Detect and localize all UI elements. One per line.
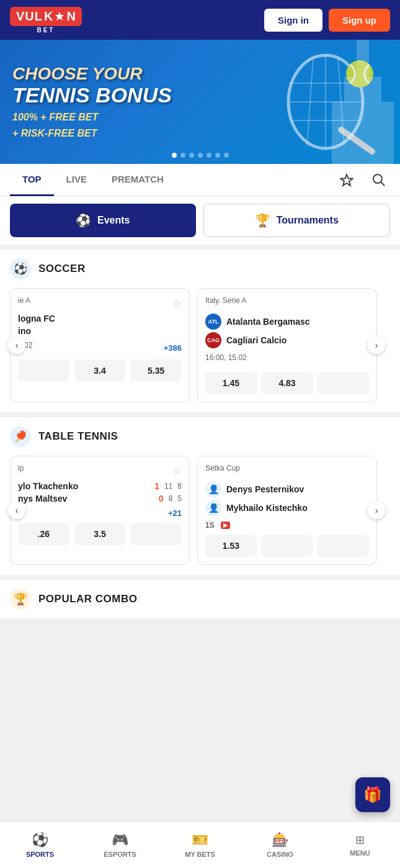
tt-card-2[interactable]: Setka Cup 👤 Denys Pesternikov 👤 Mykhailo… [197,456,377,565]
banner-sub2: + RISK-FREE BET [12,128,172,139]
sports-icon: ⚽ [32,832,48,848]
logo: VUL K N BET [10,7,82,34]
search-icon[interactable] [368,169,390,191]
dot-1[interactable] [172,153,177,158]
soccer-cards-wrapper: ie A ☆ logna FC ino 4.02 +386 3.4 5.35 ‹ [0,288,400,412]
popular-combo-section: 🏆 POPULAR COMBO [0,580,400,618]
tt-cards-row[interactable]: ip ☆ ylo Tkachenko 1 11 8 nys Maltsev 0 … [0,456,400,575]
tt-card1-fav-icon[interactable]: ☆ [173,465,182,477]
dot-4[interactable] [198,153,203,158]
nav-sports[interactable]: ⚽ SPORTS [0,821,80,868]
tt-cards-wrapper: ip ☆ ylo Tkachenko 1 11 8 nys Maltsev 0 … [0,456,400,575]
tt-card1-league: ip [18,464,24,472]
soccer-header: ⚽ SOCCER [0,250,400,288]
tt-set12: 8 [169,494,173,503]
tt-card1-odd2[interactable]: 3.5 [74,523,126,545]
card2-team1: Atalanta Bergamasc [226,317,310,327]
atalanta-logo: ATL [205,314,221,330]
soccer-card-1[interactable]: ie A ☆ logna FC ino 4.02 +386 3.4 5.35 ‹ [10,288,190,402]
tt-title: TABLE TENNIS [38,430,118,443]
promo-banner[interactable]: CHOOSE YOUR TENNIS BONUS 100% + FREE BET… [0,40,400,164]
signup-button[interactable]: Sign up [329,9,390,32]
svg-point-14 [373,174,382,183]
dot-3[interactable] [189,153,194,158]
favorites-icon[interactable] [336,169,358,191]
card1-odd1[interactable] [18,359,69,382]
banner-sub1: 100% + FREE BET [12,112,172,123]
events-button[interactable]: ⚽ Events [10,204,196,237]
card2-team2-row: CAG Cagliari Calcio [205,332,369,348]
nav-mybets[interactable]: 🎫 MY BETS [160,821,240,868]
svg-line-15 [381,182,384,186]
tt-header: 🏓 TABLE TENNIS [0,417,400,456]
tt-card1-teams: ylo Tkachenko 1 11 8 nys Maltsev 0 8 5 [18,481,182,504]
card2-odds: 1.45 4.83 [205,372,369,394]
header: VUL K N BET Sign in Sign up [0,0,400,40]
tt-card1-header: ip ☆ [18,464,182,477]
nav-casino[interactable]: 🎰 CASINO [240,821,320,868]
tt-score1: 1 [154,481,159,491]
tt-card-1[interactable]: ip ☆ ylo Tkachenko 1 11 8 nys Maltsev 0 … [10,456,190,565]
events-label: Events [97,215,130,226]
soccer-cards-row[interactable]: ie A ☆ logna FC ino 4.02 +386 3.4 5.35 ‹ [0,288,400,412]
nav-esports[interactable]: 🎮 ESPORTS [80,821,160,868]
tt-game11: 8 [177,482,182,491]
card2-odd2[interactable]: 4.83 [262,372,313,394]
tt-card2-odd2[interactable] [262,535,313,557]
tt-card1-odd3[interactable] [130,523,182,545]
soccer-card-2[interactable]: Italy. Serie A ATL Atalanta Bergamasc CA… [197,288,377,402]
dot-7[interactable] [224,153,229,158]
tt-icon: 🏓 [10,426,31,447]
bottom-nav: ⚽ SPORTS 🎮 ESPORTS 🎫 MY BETS 🎰 CASINO ⊞ … [0,821,400,868]
events-icon: ⚽ [76,213,91,228]
card1-odd3[interactable]: 5.35 [130,359,182,382]
auth-buttons: Sign in Sign up [264,9,390,32]
nav-menu[interactable]: ⊞ MENU [320,821,400,868]
tab-icons [336,169,390,191]
nav-esports-label: ESPORTS [104,851,136,858]
tournaments-button[interactable]: 🏆 Tournaments [203,204,391,237]
tt-scroll-right-arrow[interactable]: › [368,502,385,519]
card1-odd2[interactable]: 3.4 [74,359,126,382]
player2-avatar: 👤 [205,500,221,516]
tt-score2: 0 [159,494,164,504]
logo-n: N [66,9,75,24]
card2-odd1[interactable]: 1.45 [205,372,257,394]
tt-scroll-left-arrow[interactable]: ‹ [8,502,25,519]
tt-card2-league: Setka Cup [205,464,240,472]
dot-5[interactable] [207,153,211,158]
tt-team1: ylo Tkachenko [18,481,154,491]
card1-more: +386 [164,343,182,353]
tt-card2-odd3[interactable] [318,535,369,557]
card2-teams: ATL Atalanta Bergamasc CAG Cagliari Calc… [205,314,369,348]
scroll-left-arrow[interactable]: ‹ [8,337,25,354]
svg-marker-0 [55,12,64,20]
tt-card2-odd1[interactable]: 1.53 [205,535,257,557]
card2-odd3[interactable] [318,372,369,394]
gift-floating-button[interactable]: 🎁 [355,777,390,812]
card1-team2: ino [18,326,182,336]
card1-league: ie A [18,296,30,305]
mybets-icon: 🎫 [192,832,208,848]
soccer-section: ⚽ SOCCER ie A ☆ logna FC ino 4.02 +386 [0,250,400,412]
card2-header: Italy. Serie A [205,296,369,310]
tab-prematch[interactable]: PREMATCH [99,164,176,196]
tt-card1-more: +21 [168,509,182,518]
dot-2[interactable] [180,153,185,158]
tt-card1-odd1[interactable]: .26 [18,523,69,545]
card2-league: Italy. Serie A [205,296,246,305]
tt-set11: 11 [164,482,172,491]
card2-team2: Cagliari Calcio [226,335,287,345]
dot-6[interactable] [215,153,220,158]
filter-row: ⚽ Events 🏆 Tournaments [0,196,400,245]
tab-top[interactable]: TOP [10,164,54,196]
nav-menu-label: MENU [350,849,370,857]
esports-icon: 🎮 [112,832,128,848]
scroll-right-arrow[interactable]: › [368,337,385,354]
signin-button[interactable]: Sign in [264,9,322,32]
card1-teams: logna FC ino [18,314,182,336]
logo-k: K [44,9,53,24]
card1-fav-icon[interactable]: ☆ [173,297,182,309]
tt-card2-teams: 👤 Denys Pesternikov 👤 Mykhailo Kistechko [205,481,369,516]
tab-live[interactable]: LIVE [54,164,99,196]
